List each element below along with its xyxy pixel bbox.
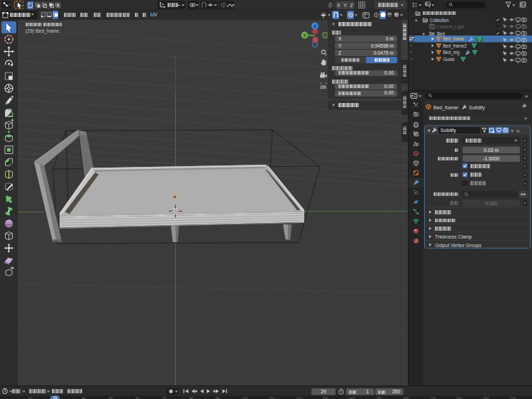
- svg-text:140: 140: [349, 396, 355, 399]
- svg-text:×: ×: [516, 128, 520, 134]
- svg-text:Bed_frame: Bed_frame: [443, 36, 465, 42]
- svg-text:Guide: Guide: [443, 57, 455, 62]
- svg-text:29: 29: [53, 395, 57, 399]
- svg-text:80: 80: [189, 396, 194, 399]
- svg-text:▼: ▼: [414, 18, 418, 23]
- svg-text:Thickness Clamp: Thickness Clamp: [435, 234, 472, 240]
- svg-text:20: 20: [28, 396, 32, 399]
- svg-text:60: 60: [135, 396, 140, 399]
- svg-text:Collection: Collection: [430, 18, 449, 23]
- svg-text:70: 70: [162, 396, 167, 399]
- svg-text:›: ›: [458, 104, 460, 111]
- svg-text:250: 250: [392, 389, 401, 394]
- svg-text:Solidify: Solidify: [469, 105, 485, 111]
- svg-text:40: 40: [82, 396, 86, 399]
- svg-text:Bed_reg: Bed_reg: [443, 50, 460, 55]
- svg-text:Bed: Bed: [437, 31, 445, 36]
- svg-text:160: 160: [403, 396, 409, 399]
- svg-text:Bed_frame2: Bed_frame2: [443, 43, 467, 49]
- svg-text:110: 110: [269, 396, 275, 399]
- svg-text:Y: Y: [303, 33, 306, 38]
- svg-text:Camera_Light: Camera_Light: [437, 24, 465, 30]
- svg-text:Solidify: Solidify: [440, 128, 457, 133]
- svg-text:1: 1: [366, 389, 369, 394]
- svg-text:150: 150: [376, 396, 382, 399]
- svg-text:29: 29: [321, 389, 326, 394]
- svg-text:0.03 m: 0.03 m: [484, 148, 499, 153]
- svg-text:90: 90: [216, 396, 220, 399]
- svg-text:200: 200: [510, 396, 516, 399]
- svg-text:Output Vertex Groups: Output Vertex Groups: [435, 243, 482, 248]
- svg-text:120: 120: [296, 396, 302, 399]
- svg-text:Bed_frame: Bed_frame: [433, 105, 458, 111]
- svg-text:100: 100: [242, 396, 248, 399]
- svg-text:Z: Z: [314, 24, 316, 28]
- svg-text:130: 130: [322, 396, 328, 399]
- svg-text:▼: ▼: [422, 32, 426, 36]
- svg-text:-1.0000: -1.0000: [483, 156, 499, 161]
- svg-text:190: 190: [483, 396, 489, 399]
- svg-text:170: 170: [430, 396, 436, 399]
- svg-text:50: 50: [109, 396, 113, 399]
- svg-text:▼: ▼: [427, 129, 431, 133]
- svg-text:180: 180: [456, 396, 462, 399]
- svg-text:0.000: 0.000: [485, 201, 497, 206]
